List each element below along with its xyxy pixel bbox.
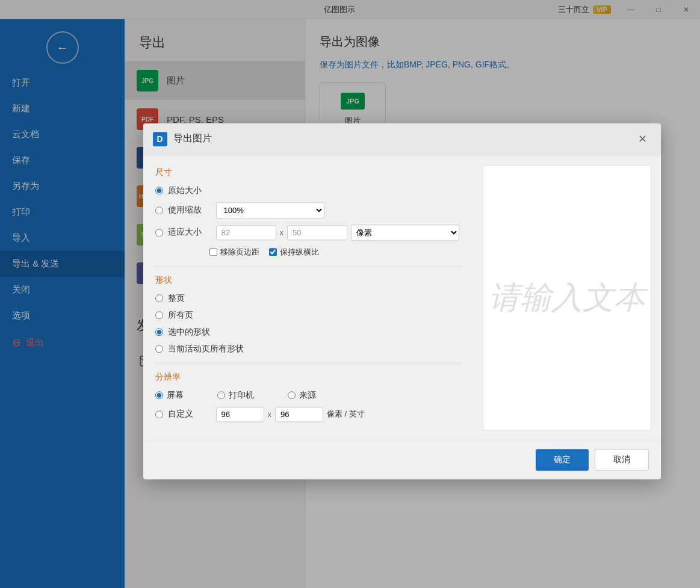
shape-activepage-row: 当前活动页所有形状	[155, 344, 461, 354]
size-scale-label: 使用缩放	[168, 205, 216, 215]
dialog-title: 导出图片	[173, 132, 212, 145]
size-scale-radio[interactable]	[155, 206, 163, 214]
size-fit-radio[interactable]	[155, 229, 163, 237]
size-height-input[interactable]	[287, 225, 347, 240]
shape-allpages-label: 所有页	[168, 310, 216, 321]
custom-resolution-inputs: x 像素 / 英寸	[216, 407, 365, 422]
resolution-screen-label: 屏幕	[155, 390, 184, 401]
resolution-printer-label: 打印机	[217, 390, 254, 401]
dialog-footer: 确定 取消	[143, 440, 661, 479]
resolution-custom-label: 自定义	[168, 409, 216, 419]
shape-activepage-radio[interactable]	[155, 345, 163, 353]
separator-2	[155, 363, 461, 364]
shape-fullpage-radio[interactable]	[155, 294, 163, 302]
shape-section-label: 形状	[155, 275, 461, 286]
dialog-left-panel: 尺寸 原始大小 使用缩放 100% 50% 75% 150% 200% 适应大小	[143, 155, 473, 440]
dialog-body: 尺寸 原始大小 使用缩放 100% 50% 75% 150% 200% 适应大小	[143, 155, 661, 440]
separator-1	[155, 266, 461, 267]
resolution-source-radio[interactable]	[288, 391, 296, 399]
resolution-y-input[interactable]	[275, 407, 323, 422]
dialog-preview-panel: 请输入文本	[483, 165, 651, 430]
remove-margin-label: 移除页边距	[209, 247, 259, 258]
size-unit-select[interactable]: 像素 英寸 厘米	[351, 224, 459, 241]
shape-fullpage-row: 整页	[155, 293, 461, 304]
size-fit-row: 适应大小 x 像素 英寸 厘米	[155, 224, 461, 241]
ok-button[interactable]: 确定	[536, 449, 589, 471]
export-image-dialog: D 导出图片 ✕ 尺寸 原始大小 使用缩放 100% 50% 75% 150%	[143, 123, 661, 479]
shape-activepage-label: 当前活动页所有形状	[168, 344, 244, 354]
resolution-source-label: 来源	[288, 390, 316, 401]
resolution-printer-radio[interactable]	[217, 391, 225, 399]
resolution-custom-row: 自定义 x 像素 / 英寸	[155, 407, 461, 422]
size-original-radio[interactable]	[155, 187, 163, 194]
size-original-label: 原始大小	[168, 185, 216, 196]
size-inputs: x 像素 英寸 厘米	[216, 224, 460, 241]
preview-text: 请输入文本	[489, 279, 645, 316]
resolution-section-label: 分辨率	[155, 372, 461, 383]
size-section-label: 尺寸	[155, 167, 461, 178]
resolution-custom-radio[interactable]	[155, 410, 163, 418]
shape-selected-row: 选中的形状	[155, 327, 461, 338]
size-separator: x	[280, 228, 284, 237]
remove-margin-checkbox[interactable]	[209, 248, 217, 256]
shape-fullpage-label: 整页	[168, 293, 216, 304]
size-scale-row: 使用缩放 100% 50% 75% 150% 200%	[155, 202, 461, 218]
resolution-options-row: 屏幕 打印机 来源	[155, 390, 461, 401]
shape-selected-radio[interactable]	[155, 328, 163, 336]
dialog-title-icon: D	[153, 132, 167, 146]
dialog-close-button[interactable]: ✕	[634, 131, 651, 147]
keep-ratio-label: 保持纵横比	[269, 247, 319, 258]
size-fit-label: 适应大小	[168, 227, 216, 238]
dialog-header: D 导出图片 ✕	[143, 123, 661, 155]
dialog-header-left: D 导出图片	[153, 132, 212, 146]
shape-allpages-radio[interactable]	[155, 311, 163, 319]
resolution-unit: 像素 / 英寸	[327, 409, 365, 419]
shape-selected-label: 选中的形状	[168, 327, 216, 338]
checkbox-row: 移除页边距 保持纵横比	[209, 247, 461, 258]
cancel-button[interactable]: 取消	[595, 449, 649, 471]
size-width-input[interactable]	[216, 225, 276, 240]
size-original-row: 原始大小	[155, 185, 461, 196]
resolution-x-input[interactable]	[216, 407, 264, 422]
keep-ratio-checkbox[interactable]	[269, 248, 277, 256]
shape-allpages-row: 所有页	[155, 310, 461, 321]
size-unit: 像素 英寸 厘米	[351, 224, 459, 241]
resolution-screen-radio[interactable]	[155, 391, 163, 399]
scale-select[interactable]: 100% 50% 75% 150% 200%	[216, 202, 324, 218]
